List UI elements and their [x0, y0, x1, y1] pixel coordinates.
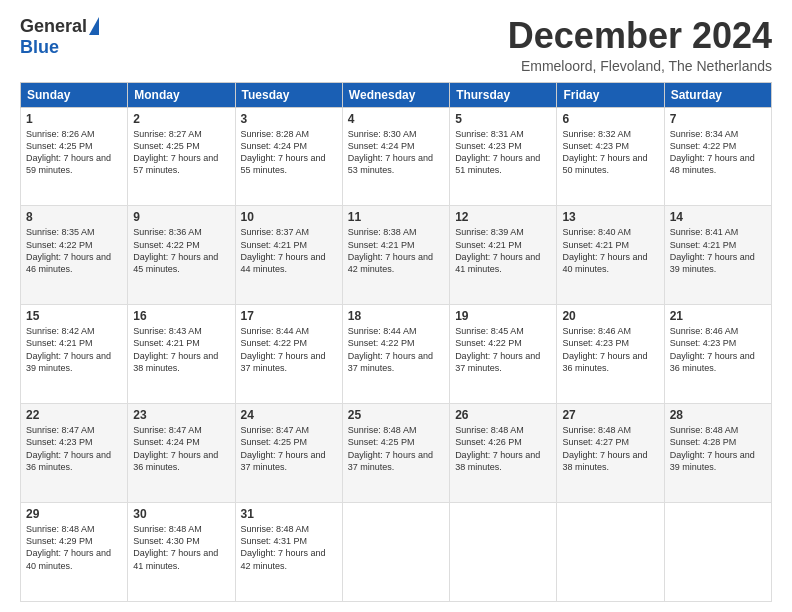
day-number: 23: [133, 408, 229, 422]
calendar-row: 29Sunrise: 8:48 AMSunset: 4:29 PMDayligh…: [21, 503, 772, 602]
cell-text: Sunrise: 8:43 AMSunset: 4:21 PMDaylight:…: [133, 325, 229, 374]
calendar-cell: 9Sunrise: 8:36 AMSunset: 4:22 PMDaylight…: [128, 206, 235, 305]
cell-text: Sunrise: 8:47 AMSunset: 4:24 PMDaylight:…: [133, 424, 229, 473]
calendar-row: 1Sunrise: 8:26 AMSunset: 4:25 PMDaylight…: [21, 107, 772, 206]
cell-text: Sunrise: 8:46 AMSunset: 4:23 PMDaylight:…: [562, 325, 658, 374]
day-number: 1: [26, 112, 122, 126]
calendar-cell: 19Sunrise: 8:45 AMSunset: 4:22 PMDayligh…: [450, 305, 557, 404]
cell-text: Sunrise: 8:39 AMSunset: 4:21 PMDaylight:…: [455, 226, 551, 275]
logo-text: General: [20, 16, 99, 37]
calendar-cell: [664, 503, 771, 602]
location: Emmeloord, Flevoland, The Netherlands: [508, 58, 772, 74]
day-number: 29: [26, 507, 122, 521]
cell-text: Sunrise: 8:28 AMSunset: 4:24 PMDaylight:…: [241, 128, 337, 177]
logo-triangle-icon: [89, 17, 99, 35]
calendar-cell: 31Sunrise: 8:48 AMSunset: 4:31 PMDayligh…: [235, 503, 342, 602]
day-number: 12: [455, 210, 551, 224]
calendar-cell: 16Sunrise: 8:43 AMSunset: 4:21 PMDayligh…: [128, 305, 235, 404]
cell-text: Sunrise: 8:32 AMSunset: 4:23 PMDaylight:…: [562, 128, 658, 177]
calendar-row: 8Sunrise: 8:35 AMSunset: 4:22 PMDaylight…: [21, 206, 772, 305]
day-number: 22: [26, 408, 122, 422]
cell-text: Sunrise: 8:38 AMSunset: 4:21 PMDaylight:…: [348, 226, 444, 275]
calendar-cell: 30Sunrise: 8:48 AMSunset: 4:30 PMDayligh…: [128, 503, 235, 602]
title-area: December 2024 Emmeloord, Flevoland, The …: [508, 16, 772, 74]
day-number: 27: [562, 408, 658, 422]
calendar-cell: 11Sunrise: 8:38 AMSunset: 4:21 PMDayligh…: [342, 206, 449, 305]
cell-text: Sunrise: 8:48 AMSunset: 4:30 PMDaylight:…: [133, 523, 229, 572]
cell-text: Sunrise: 8:45 AMSunset: 4:22 PMDaylight:…: [455, 325, 551, 374]
calendar-cell: [450, 503, 557, 602]
day-number: 13: [562, 210, 658, 224]
calendar-cell: 23Sunrise: 8:47 AMSunset: 4:24 PMDayligh…: [128, 404, 235, 503]
day-number: 9: [133, 210, 229, 224]
calendar-cell: 8Sunrise: 8:35 AMSunset: 4:22 PMDaylight…: [21, 206, 128, 305]
day-number: 3: [241, 112, 337, 126]
cell-text: Sunrise: 8:48 AMSunset: 4:28 PMDaylight:…: [670, 424, 766, 473]
day-number: 7: [670, 112, 766, 126]
calendar-cell: 25Sunrise: 8:48 AMSunset: 4:25 PMDayligh…: [342, 404, 449, 503]
cell-text: Sunrise: 8:46 AMSunset: 4:23 PMDaylight:…: [670, 325, 766, 374]
header: General Blue December 2024 Emmeloord, Fl…: [20, 16, 772, 74]
day-number: 31: [241, 507, 337, 521]
day-number: 16: [133, 309, 229, 323]
cell-text: Sunrise: 8:31 AMSunset: 4:23 PMDaylight:…: [455, 128, 551, 177]
day-number: 15: [26, 309, 122, 323]
calendar-cell: 5Sunrise: 8:31 AMSunset: 4:23 PMDaylight…: [450, 107, 557, 206]
cell-text: Sunrise: 8:37 AMSunset: 4:21 PMDaylight:…: [241, 226, 337, 275]
calendar-cell: 20Sunrise: 8:46 AMSunset: 4:23 PMDayligh…: [557, 305, 664, 404]
calendar-cell: 2Sunrise: 8:27 AMSunset: 4:25 PMDaylight…: [128, 107, 235, 206]
day-number: 28: [670, 408, 766, 422]
cell-text: Sunrise: 8:40 AMSunset: 4:21 PMDaylight:…: [562, 226, 658, 275]
calendar-cell: 26Sunrise: 8:48 AMSunset: 4:26 PMDayligh…: [450, 404, 557, 503]
col-friday: Friday: [557, 82, 664, 107]
cell-text: Sunrise: 8:47 AMSunset: 4:25 PMDaylight:…: [241, 424, 337, 473]
col-monday: Monday: [128, 82, 235, 107]
calendar-row: 22Sunrise: 8:47 AMSunset: 4:23 PMDayligh…: [21, 404, 772, 503]
cell-text: Sunrise: 8:48 AMSunset: 4:31 PMDaylight:…: [241, 523, 337, 572]
day-number: 10: [241, 210, 337, 224]
calendar-cell: [342, 503, 449, 602]
logo-general-text: General: [20, 16, 87, 37]
page: General Blue December 2024 Emmeloord, Fl…: [0, 0, 792, 612]
cell-text: Sunrise: 8:48 AMSunset: 4:29 PMDaylight:…: [26, 523, 122, 572]
col-thursday: Thursday: [450, 82, 557, 107]
calendar-cell: 15Sunrise: 8:42 AMSunset: 4:21 PMDayligh…: [21, 305, 128, 404]
calendar-cell: 7Sunrise: 8:34 AMSunset: 4:22 PMDaylight…: [664, 107, 771, 206]
day-number: 24: [241, 408, 337, 422]
calendar-cell: 4Sunrise: 8:30 AMSunset: 4:24 PMDaylight…: [342, 107, 449, 206]
day-number: 5: [455, 112, 551, 126]
calendar-cell: 24Sunrise: 8:47 AMSunset: 4:25 PMDayligh…: [235, 404, 342, 503]
cell-text: Sunrise: 8:44 AMSunset: 4:22 PMDaylight:…: [348, 325, 444, 374]
calendar-cell: 21Sunrise: 8:46 AMSunset: 4:23 PMDayligh…: [664, 305, 771, 404]
cell-text: Sunrise: 8:48 AMSunset: 4:27 PMDaylight:…: [562, 424, 658, 473]
calendar-cell: 22Sunrise: 8:47 AMSunset: 4:23 PMDayligh…: [21, 404, 128, 503]
day-number: 18: [348, 309, 444, 323]
cell-text: Sunrise: 8:26 AMSunset: 4:25 PMDaylight:…: [26, 128, 122, 177]
cell-text: Sunrise: 8:27 AMSunset: 4:25 PMDaylight:…: [133, 128, 229, 177]
calendar-row: 15Sunrise: 8:42 AMSunset: 4:21 PMDayligh…: [21, 305, 772, 404]
day-number: 14: [670, 210, 766, 224]
day-number: 19: [455, 309, 551, 323]
cell-text: Sunrise: 8:48 AMSunset: 4:26 PMDaylight:…: [455, 424, 551, 473]
col-tuesday: Tuesday: [235, 82, 342, 107]
cell-text: Sunrise: 8:41 AMSunset: 4:21 PMDaylight:…: [670, 226, 766, 275]
cell-text: Sunrise: 8:36 AMSunset: 4:22 PMDaylight:…: [133, 226, 229, 275]
calendar-cell: 29Sunrise: 8:48 AMSunset: 4:29 PMDayligh…: [21, 503, 128, 602]
day-number: 4: [348, 112, 444, 126]
cell-text: Sunrise: 8:34 AMSunset: 4:22 PMDaylight:…: [670, 128, 766, 177]
month-title: December 2024: [508, 16, 772, 56]
day-number: 2: [133, 112, 229, 126]
col-sunday: Sunday: [21, 82, 128, 107]
calendar-cell: [557, 503, 664, 602]
day-number: 25: [348, 408, 444, 422]
calendar-cell: 1Sunrise: 8:26 AMSunset: 4:25 PMDaylight…: [21, 107, 128, 206]
day-number: 20: [562, 309, 658, 323]
day-number: 17: [241, 309, 337, 323]
calendar-cell: 18Sunrise: 8:44 AMSunset: 4:22 PMDayligh…: [342, 305, 449, 404]
cell-text: Sunrise: 8:48 AMSunset: 4:25 PMDaylight:…: [348, 424, 444, 473]
calendar-cell: 14Sunrise: 8:41 AMSunset: 4:21 PMDayligh…: [664, 206, 771, 305]
cell-text: Sunrise: 8:30 AMSunset: 4:24 PMDaylight:…: [348, 128, 444, 177]
calendar-cell: 27Sunrise: 8:48 AMSunset: 4:27 PMDayligh…: [557, 404, 664, 503]
cell-text: Sunrise: 8:44 AMSunset: 4:22 PMDaylight:…: [241, 325, 337, 374]
day-number: 21: [670, 309, 766, 323]
